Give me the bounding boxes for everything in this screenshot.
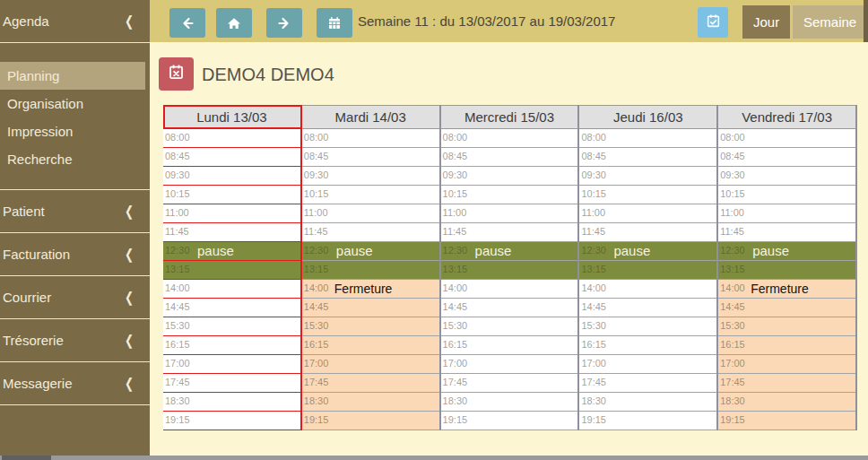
sidebar-item-patient[interactable]: Patient ❮ <box>0 190 150 233</box>
time-slot[interactable]: 08:45 <box>441 148 578 167</box>
time-slot[interactable]: 17:45 <box>163 374 300 393</box>
time-slot[interactable]: 11:45 <box>718 223 855 242</box>
day-header[interactable]: Mercredi 15/03 <box>441 105 578 129</box>
time-slot[interactable]: 09:30 <box>441 167 578 186</box>
time-slot[interactable]: 11:00 <box>163 204 300 223</box>
horizontal-scrollbar[interactable] <box>0 456 868 460</box>
time-slot[interactable]: 19:15 <box>441 412 578 430</box>
time-slot[interactable]: 09:30 <box>302 167 439 186</box>
time-slot[interactable]: 08:00 <box>579 129 716 148</box>
submenu-item-organisation[interactable]: Organisation <box>0 90 150 117</box>
time-slot[interactable]: 17:00 <box>441 355 578 374</box>
time-slot[interactable]: 15:30 <box>163 317 300 336</box>
time-slot[interactable]: 08:00 <box>163 129 300 148</box>
day-header[interactable]: Vendredi 17/03 <box>718 105 855 129</box>
sidebar-item-messagerie[interactable]: Messagerie ❮ <box>0 362 150 405</box>
time-slot[interactable]: 17:45 <box>718 374 855 393</box>
submenu-item-recherche[interactable]: Recherche <box>0 145 150 173</box>
time-slot[interactable]: 15:30 <box>302 317 439 336</box>
time-slot[interactable]: 08:00 <box>302 129 439 148</box>
time-slot[interactable]: 14:00 <box>163 280 300 299</box>
day-header[interactable]: Mardi 14/03 <box>302 105 439 129</box>
day-header[interactable]: Jeudi 16/03 <box>579 105 716 129</box>
time-slot[interactable]: 19:15 <box>579 412 716 430</box>
time-slot[interactable]: 08:00 <box>718 129 855 148</box>
time-slot[interactable]: 11:00 <box>441 204 578 223</box>
day-header[interactable]: Lundi 13/03 <box>163 105 300 129</box>
time-slot[interactable]: 15:30 <box>718 317 855 336</box>
time-slot[interactable]: 17:45 <box>302 374 439 393</box>
time-slot[interactable]: 12:30pause <box>718 242 855 261</box>
time-slot[interactable]: 08:45 <box>579 148 716 167</box>
time-slot[interactable]: 15:30 <box>579 317 716 336</box>
scrollbar-thumb[interactable] <box>2 456 51 460</box>
next-week-button[interactable] <box>266 8 302 38</box>
time-slot[interactable]: 13:15 <box>163 261 300 280</box>
time-slot[interactable]: 09:30 <box>163 167 300 186</box>
time-slot[interactable]: 19:15 <box>718 412 855 430</box>
time-slot[interactable]: 14:00Fermeture <box>302 280 439 299</box>
time-slot[interactable]: 14:00Fermeture <box>718 280 855 299</box>
time-slot[interactable]: 18:30 <box>441 393 578 412</box>
time-slot[interactable]: 17:00 <box>718 355 855 374</box>
time-slot[interactable]: 10:15 <box>718 186 855 204</box>
time-slot[interactable]: 16:15 <box>718 336 855 355</box>
time-slot[interactable]: 11:00 <box>579 204 716 223</box>
time-slot[interactable]: 16:15 <box>441 336 578 355</box>
submenu-item-planning[interactable]: Planning <box>0 62 145 90</box>
time-slot[interactable]: 08:00 <box>441 129 578 148</box>
time-slot[interactable]: 17:45 <box>441 374 578 393</box>
prev-week-button[interactable] <box>169 8 205 38</box>
time-slot[interactable]: 18:30 <box>163 393 300 412</box>
time-slot[interactable]: 17:00 <box>163 355 300 374</box>
time-slot[interactable]: 13:15 <box>441 261 578 280</box>
home-button[interactable] <box>216 8 252 38</box>
day-view-button[interactable]: Jour <box>742 5 790 39</box>
time-slot[interactable]: 08:45 <box>302 148 439 167</box>
time-slot[interactable]: 11:45 <box>163 223 300 242</box>
time-slot[interactable]: 16:15 <box>163 336 300 355</box>
time-slot[interactable]: 14:45 <box>441 299 578 317</box>
time-slot[interactable]: 14:45 <box>718 299 855 317</box>
time-slot[interactable]: 12:30pause <box>302 242 439 261</box>
time-slot[interactable]: 12:30pause <box>441 242 578 261</box>
time-slot[interactable]: 14:45 <box>302 299 439 317</box>
time-slot[interactable]: 10:15 <box>163 186 300 204</box>
time-slot[interactable]: 16:15 <box>302 336 439 355</box>
time-slot[interactable]: 17:00 <box>302 355 439 374</box>
time-slot[interactable]: 14:00 <box>579 280 716 299</box>
time-slot[interactable]: 11:00 <box>718 204 855 223</box>
time-slot[interactable]: 12:30pause <box>163 242 300 261</box>
time-slot[interactable]: 18:30 <box>718 393 855 412</box>
calendar-picker-button[interactable] <box>317 8 352 38</box>
time-slot[interactable]: 10:15 <box>302 186 439 204</box>
time-slot[interactable]: 13:15 <box>718 261 855 280</box>
submenu-item-impression[interactable]: Impression <box>0 117 150 145</box>
time-slot[interactable]: 19:15 <box>302 412 439 430</box>
sidebar-item-tresorerie[interactable]: Trésorerie ❮ <box>0 319 150 362</box>
time-slot[interactable]: 08:45 <box>163 148 300 167</box>
time-slot[interactable]: 14:00 <box>441 280 578 299</box>
time-slot[interactable]: 18:30 <box>302 393 439 412</box>
time-slot[interactable]: 08:45 <box>718 148 855 167</box>
time-slot[interactable]: 18:30 <box>579 393 716 412</box>
calendar-check-button[interactable] <box>698 7 728 38</box>
sidebar-item-facturation[interactable]: Facturation ❮ <box>0 233 150 276</box>
time-slot[interactable]: 12:30pause <box>579 242 716 261</box>
time-slot[interactable]: 10:15 <box>579 186 716 204</box>
time-slot[interactable]: 10:15 <box>441 186 578 204</box>
time-slot[interactable]: 13:15 <box>302 261 439 280</box>
time-slot[interactable]: 11:00 <box>302 204 439 223</box>
time-slot[interactable]: 16:15 <box>579 336 716 355</box>
time-slot[interactable]: 17:45 <box>579 374 716 393</box>
week-view-button[interactable]: Semaine <box>793 5 864 39</box>
sidebar-item-courrier[interactable]: Courrier ❮ <box>0 276 150 319</box>
time-slot[interactable]: 09:30 <box>579 167 716 186</box>
time-slot[interactable]: 14:45 <box>163 299 300 317</box>
time-slot[interactable]: 19:15 <box>163 412 300 430</box>
time-slot[interactable]: 13:15 <box>579 261 716 280</box>
sidebar-item-agenda[interactable]: Agenda ❮ <box>0 0 150 43</box>
time-slot[interactable]: 11:45 <box>441 223 578 242</box>
time-slot[interactable]: 11:45 <box>579 223 716 242</box>
time-slot[interactable]: 11:45 <box>302 223 439 242</box>
